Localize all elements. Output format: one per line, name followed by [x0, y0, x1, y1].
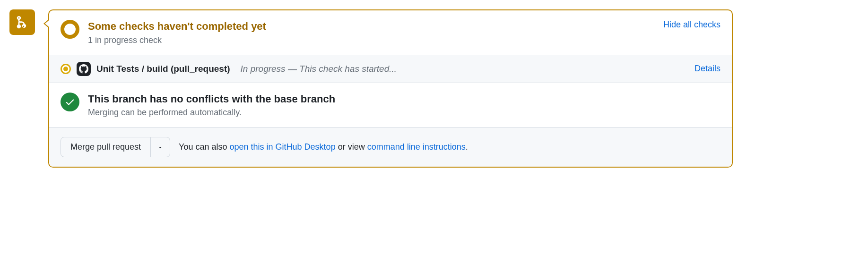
checks-status-section: Some checks haven't completed yet 1 in p…	[49, 10, 732, 55]
merge-pull-request-button[interactable]: Merge pull request	[61, 137, 151, 157]
check-details-link[interactable]: Details	[694, 64, 720, 74]
toggle-checks-link[interactable]: Hide all checks	[663, 20, 720, 30]
github-actions-icon	[77, 62, 91, 76]
checks-status-subtitle: 1 in progress check	[88, 35, 655, 45]
checks-status-title: Some checks haven't completed yet	[88, 20, 655, 34]
mergeability-subtitle: Merging can be performed automatically.	[88, 108, 720, 118]
check-pending-icon	[61, 64, 71, 74]
git-merge-icon	[9, 9, 35, 35]
merge-status-panel: Some checks haven't completed yet 1 in p…	[48, 9, 733, 168]
merge-button-group: Merge pull request	[61, 137, 170, 157]
merge-footer-text: You can also open this in GitHub Desktop…	[179, 142, 468, 152]
footer-text-prefix: You can also	[179, 142, 229, 152]
caret-down-icon	[157, 144, 163, 150]
mergeability-section: This branch has no conflicts with the ba…	[49, 83, 732, 127]
merge-options-dropdown-button[interactable]	[151, 137, 170, 157]
open-github-desktop-link[interactable]: open this in GitHub Desktop	[230, 142, 336, 152]
checks-list: Unit Tests / build (pull_request) In pro…	[49, 55, 732, 83]
footer-text-suffix: .	[466, 142, 468, 152]
pending-status-icon	[61, 20, 79, 39]
check-item: Unit Tests / build (pull_request) In pro…	[61, 62, 720, 76]
footer-text-middle: or view	[336, 142, 367, 152]
merge-footer: Merge pull request You can also open thi…	[49, 127, 732, 167]
command-line-instructions-link[interactable]: command line instructions	[367, 142, 466, 152]
success-status-icon	[61, 93, 79, 111]
mergeability-title: This branch has no conflicts with the ba…	[88, 93, 720, 106]
check-status-text: In progress — This check has started...	[241, 64, 397, 74]
check-name: Unit Tests / build (pull_request)	[96, 64, 230, 74]
